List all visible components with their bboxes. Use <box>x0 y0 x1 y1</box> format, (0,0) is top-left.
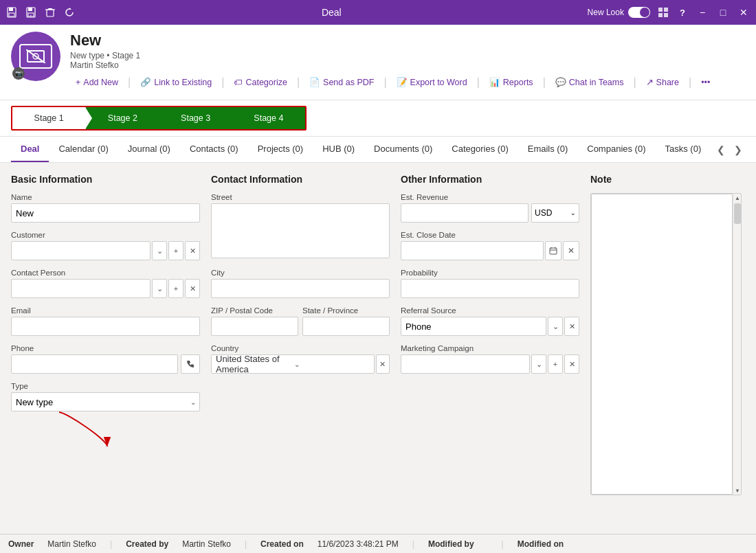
export-word-button[interactable]: 📝 Export to Word <box>391 74 473 90</box>
customer-chevron-button[interactable]: ⌄ <box>152 241 167 260</box>
tab-projects[interactable]: Projects (0) <box>248 137 313 162</box>
tab-contacts[interactable]: Contacts (0) <box>180 137 248 162</box>
share-button[interactable]: ↗ Share <box>641 74 685 90</box>
stage-arrow-2 <box>159 107 166 129</box>
marketing-input[interactable] <box>401 354 530 374</box>
customer-input[interactable] <box>11 241 151 260</box>
title-bar: + Deal New Look ? − □ ✕ <box>0 0 756 25</box>
contact-person-add-button[interactable]: + <box>168 279 184 298</box>
created-by-label: Created by <box>126 539 168 549</box>
basic-information-section: Basic Information Name Customer ⌄ + ✕ Co… <box>11 174 200 512</box>
categorize-button[interactable]: 🏷 Categorize <box>228 75 292 90</box>
name-input[interactable] <box>11 203 200 223</box>
svg-marker-10 <box>69 8 71 10</box>
customer-label: Customer <box>11 231 200 239</box>
probability-input[interactable] <box>401 279 579 298</box>
close-button[interactable]: ✕ <box>737 5 751 19</box>
tab-deal[interactable]: Deal <box>11 137 49 162</box>
street-input[interactable] <box>211 203 390 258</box>
avatar-inner <box>19 44 52 69</box>
word-icon: 📝 <box>397 77 408 87</box>
date-picker-button[interactable] <box>545 241 562 260</box>
svg-rect-12 <box>664 8 668 12</box>
tab-emails[interactable]: Emails (0) <box>518 137 578 162</box>
note-scrollbar[interactable]: ▲ ▼ <box>733 194 741 495</box>
grid-icon[interactable] <box>657 6 669 19</box>
stage-1[interactable]: Stage 1 <box>12 107 86 129</box>
camera-icon[interactable]: 📷 <box>12 67 25 80</box>
est-close-clear-button[interactable]: ✕ <box>563 241 579 260</box>
referral-clear-button[interactable]: ✕ <box>564 317 579 336</box>
reports-button[interactable]: 📊 Reports <box>484 74 539 90</box>
new-look-label: New Look <box>588 8 624 17</box>
maximize-button[interactable]: □ <box>716 5 730 19</box>
save-as-icon[interactable]: + <box>25 6 37 19</box>
title-bar-right: New Look ? − □ ✕ <box>588 5 751 19</box>
note-input[interactable] <box>591 194 733 495</box>
tab-prev-button[interactable]: ❮ <box>714 142 728 158</box>
country-select[interactable]: United States of America ⌄ <box>211 354 375 374</box>
zip-input[interactable] <box>211 317 298 336</box>
city-input[interactable] <box>211 279 390 298</box>
add-new-button[interactable]: + Add New <box>70 75 124 90</box>
scroll-thumb[interactable] <box>734 203 741 224</box>
referral-input[interactable] <box>401 317 546 336</box>
country-label: Country <box>211 344 390 352</box>
tab-hub[interactable]: HUB (0) <box>313 137 364 162</box>
note-section: Note ▲ ▼ <box>590 174 742 512</box>
marketing-row: ⌄ + ✕ <box>401 354 579 374</box>
est-revenue-input[interactable] <box>401 203 529 223</box>
chat-teams-button[interactable]: 💬 Chat in Teams <box>550 74 630 90</box>
referral-row: ⌄ ✕ <box>401 317 579 336</box>
tab-categories[interactable]: Categories (0) <box>442 137 518 162</box>
scroll-up-button[interactable]: ▲ <box>733 194 742 202</box>
link-existing-button[interactable]: 🔗 Link to Existing <box>135 74 217 90</box>
currency-select[interactable]: USD ⌄ <box>531 203 579 223</box>
svg-rect-7 <box>47 10 54 16</box>
est-revenue-field-group: Est. Revenue USD ⌄ <box>401 193 579 223</box>
stage-2[interactable]: Stage 2 <box>86 107 159 129</box>
est-revenue-label: Est. Revenue <box>401 193 579 201</box>
contact-person-chevron-button[interactable]: ⌄ <box>152 279 167 298</box>
est-close-input[interactable] <box>401 241 544 260</box>
delete-icon[interactable] <box>44 6 56 19</box>
tab-journal[interactable]: Journal (0) <box>118 137 180 162</box>
contact-person-clear-button[interactable]: ✕ <box>185 279 200 298</box>
created-by-value: Martin Stefko <box>182 539 231 549</box>
tab-next-button[interactable]: ❯ <box>731 142 745 158</box>
send-pdf-button[interactable]: 📄 Send as PDF <box>304 74 379 90</box>
tab-documents[interactable]: Documents (0) <box>364 137 442 162</box>
marketing-chevron-button[interactable]: ⌄ <box>531 354 546 374</box>
new-look-switch[interactable] <box>628 7 650 18</box>
stage-4[interactable]: Stage 4 <box>232 107 305 129</box>
more-button[interactable]: ••• <box>696 75 715 90</box>
minimize-button[interactable]: − <box>696 5 709 19</box>
svg-rect-19 <box>550 248 557 254</box>
header-subtitle: New type • Stage 1 Martin Stefko <box>70 51 745 70</box>
marketing-clear-button[interactable]: ✕ <box>564 354 579 374</box>
tab-calendar[interactable]: Calendar (0) <box>49 137 118 162</box>
state-input[interactable] <box>302 317 390 336</box>
save-icon[interactable] <box>5 6 18 19</box>
phone-dial-button[interactable] <box>181 354 200 374</box>
refresh-icon[interactable] <box>63 6 76 19</box>
street-field-group: Street <box>211 193 390 260</box>
country-clear-button[interactable]: ✕ <box>376 354 390 374</box>
tab-tasks[interactable]: Tasks (0) <box>656 137 711 162</box>
stage-3[interactable]: Stage 3 <box>159 107 232 129</box>
email-input[interactable] <box>11 317 200 336</box>
country-row: United States of America ⌄ ✕ <box>211 354 390 374</box>
tab-companies[interactable]: Companies (0) <box>577 137 655 162</box>
type-input[interactable] <box>11 392 200 411</box>
customer-clear-button[interactable]: ✕ <box>185 241 200 260</box>
est-close-field-group: Est. Close Date ✕ <box>401 231 579 260</box>
contact-person-input[interactable] <box>11 279 151 298</box>
referral-chevron-button[interactable]: ⌄ <box>548 317 563 336</box>
scroll-down-button[interactable]: ▼ <box>733 486 742 495</box>
phone-input[interactable] <box>11 354 178 374</box>
svg-rect-9 <box>48 8 52 10</box>
new-look-toggle[interactable]: New Look <box>588 7 650 18</box>
marketing-add-button[interactable]: + <box>548 354 563 374</box>
customer-add-button[interactable]: + <box>168 241 184 260</box>
help-icon[interactable]: ? <box>676 6 689 19</box>
